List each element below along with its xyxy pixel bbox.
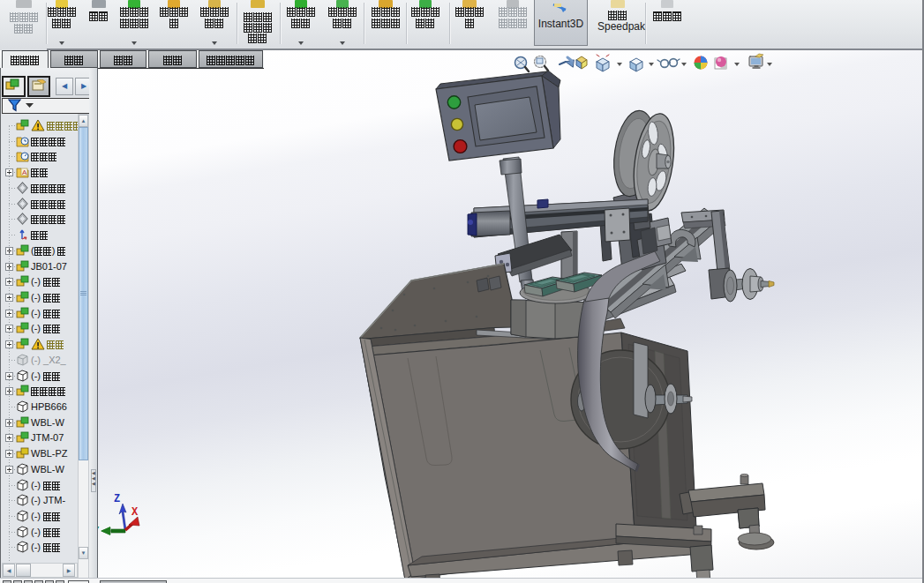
svg-text:Z: Z bbox=[114, 493, 120, 505]
svg-text:A: A bbox=[22, 168, 27, 176]
svg-text:X: X bbox=[131, 506, 139, 519]
